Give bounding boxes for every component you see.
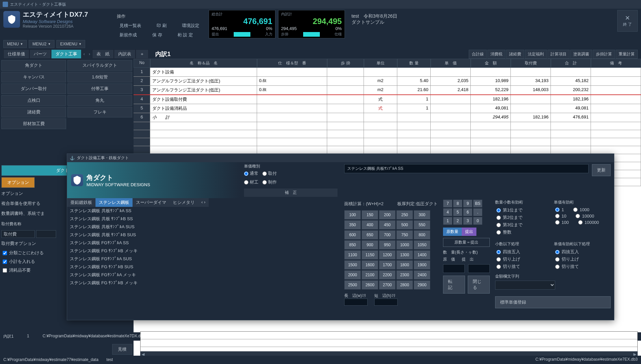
mat-tab-0[interactable]: 亜鉛鍍鉄板 bbox=[67, 198, 95, 207]
key-4[interactable]: 4 bbox=[443, 208, 452, 216]
exit-button[interactable]: ✕ 終 了 bbox=[617, 10, 638, 32]
side-点検口[interactable]: 点検口 bbox=[1, 95, 66, 106]
table-row-empty[interactable] bbox=[134, 130, 641, 138]
func-消費税[interactable]: 消費税 bbox=[487, 50, 505, 59]
size-1150[interactable]: 1150 bbox=[362, 250, 378, 260]
price-opt-100000[interactable]: 100000 bbox=[577, 219, 600, 226]
orig-price-box[interactable] bbox=[443, 264, 465, 273]
digit-opt-3[interactable]: 整数 bbox=[495, 229, 552, 236]
table-row[interactable]: 5ダクト設備消耗品式149,08149,081 bbox=[134, 104, 641, 113]
mat-tab-1[interactable]: ステンレス鋼板 bbox=[95, 198, 133, 207]
size-2800[interactable]: 2800 bbox=[396, 280, 413, 290]
price-opt-1[interactable]: 1 bbox=[554, 207, 565, 213]
consumable-input[interactable] bbox=[36, 230, 56, 238]
table-row-empty[interactable] bbox=[134, 138, 641, 146]
estimate-button[interactable]: 見積 bbox=[112, 344, 132, 355]
mat-item[interactable]: ステンレス鋼板 共板 ｻﾝﾌﾟﾙB SS bbox=[67, 215, 241, 223]
size-1100[interactable]: 1100 bbox=[344, 250, 361, 260]
mat-item[interactable]: ステンレス鋼板 FGｻﾝﾌﾟﾙA SUS bbox=[67, 255, 241, 263]
mat-item[interactable]: ステンレス鋼板 FG ｻﾝﾌﾟﾙB SUS bbox=[67, 263, 241, 271]
size-500[interactable]: 500 bbox=[396, 220, 413, 230]
round-opt-1-1[interactable]: 切り上げ bbox=[554, 256, 611, 263]
side-諸経費[interactable]: 諸経費 bbox=[1, 107, 66, 117]
size-650[interactable]: 650 bbox=[362, 230, 378, 240]
submit-qty-button[interactable]: 提出 bbox=[462, 228, 476, 236]
size-1800[interactable]: 1800 bbox=[396, 260, 413, 270]
radio-install[interactable]: 取付 bbox=[262, 170, 277, 176]
size-350[interactable]: 350 bbox=[344, 220, 361, 230]
key-1[interactable]: 1 bbox=[443, 217, 452, 225]
table-row[interactable]: 4ダクト設備取付費式1182,196182,196 bbox=[134, 95, 641, 104]
size-200[interactable]: 200 bbox=[379, 210, 396, 220]
size-2700[interactable]: 2700 bbox=[379, 280, 396, 290]
size-1900[interactable]: 1900 bbox=[414, 260, 430, 270]
side-部材加工費[interactable]: 部材加工費 bbox=[1, 118, 66, 129]
side-付帯工事[interactable]: 付帯工事 bbox=[67, 83, 132, 94]
table-row[interactable]: 1ダクト設備 bbox=[134, 68, 641, 77]
size-300[interactable]: 300 bbox=[414, 210, 430, 220]
func-塗装調書[interactable]: 塗装調書 bbox=[570, 50, 592, 59]
key-0[interactable]: 0 bbox=[473, 217, 482, 225]
side-スパイラルダクト[interactable]: スパイラルダクト bbox=[67, 60, 132, 71]
key-.[interactable]: . bbox=[473, 208, 482, 216]
size-850[interactable]: 850 bbox=[344, 240, 361, 250]
env-button[interactable]: 環境設定 bbox=[179, 21, 202, 30]
side-キャンバス[interactable]: キャンバス bbox=[1, 72, 66, 82]
size-100[interactable]: 100 bbox=[344, 210, 361, 220]
mat-item[interactable]: ステンレス鋼板 FG ｻﾝﾌﾟﾙB メッキ bbox=[67, 279, 241, 287]
menu-2[interactable]: MENU2▼ bbox=[29, 40, 54, 48]
side-角丸[interactable]: 角丸 bbox=[67, 95, 132, 106]
nav-next[interactable]: › bbox=[87, 50, 92, 58]
mat-item[interactable]: ステンレス鋼板 FGｻﾝﾌﾟﾙA SS bbox=[67, 239, 241, 247]
size-2500[interactable]: 2500 bbox=[344, 280, 361, 290]
price-opt-10000[interactable]: 10000 bbox=[574, 213, 595, 219]
radio-material[interactable]: 材工 bbox=[244, 179, 258, 185]
round-opt-0-2[interactable]: 切り捨て bbox=[495, 263, 552, 270]
mat-item[interactable]: ステンレス鋼板 FGｻﾝﾌﾟﾙA メッキ bbox=[67, 271, 241, 279]
func-計算項目[interactable]: 計算項目 bbox=[548, 50, 570, 59]
table-row[interactable]: 6小 計294,495182,196476,691 bbox=[134, 113, 641, 122]
size-2400[interactable]: 2400 bbox=[414, 270, 430, 280]
func-法定福利[interactable]: 法定福利 bbox=[525, 50, 547, 59]
size-450[interactable]: 450 bbox=[379, 220, 396, 230]
list-button[interactable]: 見積一覧表 bbox=[117, 21, 144, 30]
size-400[interactable]: 400 bbox=[362, 220, 378, 230]
func-諸経費[interactable]: 諸経費 bbox=[506, 50, 524, 59]
submit-price-box[interactable] bbox=[468, 264, 490, 273]
radio-normal[interactable]: 通常 bbox=[244, 170, 258, 176]
tab-duct[interactable]: ダクト工事 bbox=[51, 49, 81, 59]
size-1500[interactable]: 1500 bbox=[344, 260, 361, 270]
size-550[interactable]: 550 bbox=[414, 220, 430, 230]
side-角ダクト[interactable]: 角ダクト bbox=[1, 60, 66, 71]
key-3[interactable]: 3 bbox=[463, 217, 472, 225]
price-opt-10[interactable]: 10 bbox=[554, 213, 568, 219]
option-button[interactable]: オプション bbox=[1, 177, 35, 188]
size-1200[interactable]: 1200 bbox=[379, 250, 396, 260]
size-2900[interactable]: 2900 bbox=[414, 280, 430, 290]
size-1600[interactable]: 1600 bbox=[362, 260, 378, 270]
mat-tab-2[interactable]: スーパーダイマ bbox=[133, 198, 170, 207]
price-opt-1000[interactable]: 1000 bbox=[572, 207, 591, 213]
menu-1[interactable]: MENU▼ bbox=[3, 40, 27, 48]
print-button[interactable]: 印 刷 bbox=[154, 21, 169, 30]
sheet-cover[interactable]: 表 紙 bbox=[92, 49, 114, 59]
mat-tab-nav[interactable]: ‹ › bbox=[198, 198, 209, 207]
table-row-empty[interactable] bbox=[134, 146, 641, 154]
orig-qty-button[interactable]: 原数量 bbox=[443, 228, 462, 236]
round-opt-1-0[interactable]: 四捨五入 bbox=[554, 248, 611, 256]
size-2100[interactable]: 2100 bbox=[362, 270, 378, 280]
key-6[interactable]: 6 bbox=[463, 208, 472, 216]
size-600[interactable]: 600 bbox=[344, 230, 361, 240]
size-1700[interactable]: 1700 bbox=[379, 260, 396, 270]
size-150[interactable]: 150 bbox=[362, 210, 378, 220]
size-1400[interactable]: 1400 bbox=[414, 250, 430, 260]
size-700[interactable]: 700 bbox=[379, 230, 396, 240]
table-row[interactable]: 3アングルフランジ工法ダクト(低圧)0.8tm221.602,41852,229… bbox=[134, 86, 641, 95]
digit-opt-1[interactable]: 第2位まで bbox=[495, 214, 552, 221]
amount-str-select[interactable] bbox=[495, 281, 555, 290]
size-2200[interactable]: 2200 bbox=[379, 270, 396, 280]
width-input[interactable] bbox=[344, 299, 368, 306]
size-2600[interactable]: 2600 bbox=[362, 280, 378, 290]
table-row[interactable]: 2アングルフランジ工法ダクト(低圧)0.6tm25.402,03510,9893… bbox=[134, 77, 641, 86]
size-950[interactable]: 950 bbox=[379, 240, 396, 250]
